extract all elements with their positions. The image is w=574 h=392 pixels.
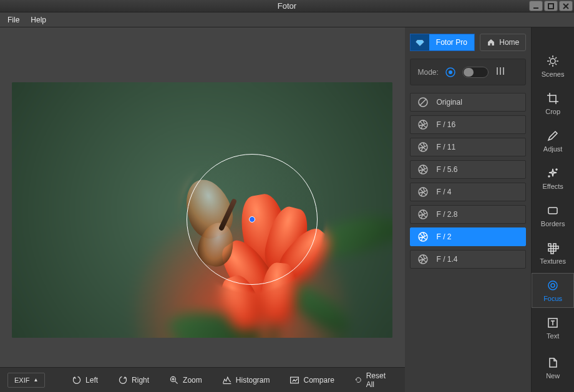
rotate-left-button[interactable]: Left <box>64 371 105 389</box>
panel-top-row: Fotor Pro Home <box>410 34 527 51</box>
crop-icon <box>546 92 560 105</box>
reset-all-button[interactable]: Reset All <box>347 371 397 389</box>
text-icon <box>546 316 560 330</box>
compare-button[interactable]: Compare <box>282 371 341 389</box>
sidebar-item-scenes[interactable]: Scenes <box>532 49 574 84</box>
reset-all-label: Reset All <box>366 371 390 389</box>
brightness-icon <box>546 54 560 68</box>
close-button[interactable] <box>559 1 573 11</box>
svg-rect-43 <box>551 251 553 254</box>
fotor-pro-button[interactable]: Fotor Pro <box>410 34 475 51</box>
chevron-up-icon: ▲ <box>33 377 38 383</box>
menu-file[interactable]: File <box>7 16 19 24</box>
sidebar-item-adjust[interactable]: Adjust <box>532 123 574 158</box>
aperture-item[interactable]: F / 11 <box>410 138 527 156</box>
sidebar-item-borders[interactable]: Borders <box>532 198 574 233</box>
canvas-column: EXIF ▲ Left Right Zoom Histogram <box>0 27 405 392</box>
aperture-item[interactable]: F / 1.4 <box>410 250 527 269</box>
aperture-label: Original <box>437 98 462 107</box>
sidebar-item-crop[interactable]: Crop <box>532 86 574 121</box>
aperture-label: F / 2.8 <box>437 210 458 219</box>
svg-rect-36 <box>548 208 557 214</box>
svg-rect-1 <box>548 4 553 9</box>
aperture-item[interactable]: Original <box>410 93 527 112</box>
compare-icon <box>289 375 299 385</box>
titlebar: Fotor <box>0 0 574 12</box>
sidebar-label: Crop <box>545 108 560 115</box>
aperture-item[interactable]: F / 4 <box>410 183 527 201</box>
checker-icon <box>546 241 560 255</box>
rotate-right-label: Right <box>132 376 149 385</box>
aperture-list: OriginalF / 16F / 11F / 5.6F / 4F / 2.8F… <box>410 93 527 269</box>
aperture-label: F / 2 <box>437 232 452 241</box>
aperture-icon <box>417 253 429 265</box>
mode-linear-icon[interactable] <box>495 65 506 79</box>
pencil-icon <box>546 129 560 143</box>
sidebar-label: Focus <box>543 295 562 302</box>
settings-panel: Fotor Pro Home Mode: OriginalF / 16F / 1… <box>405 27 532 392</box>
rect-icon <box>546 204 560 218</box>
mode-toggle[interactable] <box>462 67 489 78</box>
focus-center-handle[interactable] <box>249 216 255 222</box>
image-canvas[interactable] <box>12 82 392 338</box>
menu-help[interactable]: Help <box>31 16 46 24</box>
fotor-pro-label: Fotor Pro <box>429 38 475 47</box>
svg-point-12 <box>449 70 452 74</box>
aperture-icon <box>417 163 429 176</box>
svg-line-33 <box>549 64 550 65</box>
sidebar-item-new[interactable]: New <box>532 350 574 385</box>
mode-radial-icon[interactable] <box>445 67 456 78</box>
sidebar-item-focus[interactable]: Focus <box>532 273 574 308</box>
compare-label: Compare <box>303 376 334 385</box>
aperture-icon <box>417 186 429 198</box>
mode-box: Mode: <box>410 59 527 85</box>
reset-icon <box>354 375 362 385</box>
svg-point-35 <box>548 176 550 177</box>
histogram-icon <box>222 375 232 385</box>
sparkle-icon <box>546 166 560 180</box>
svg-point-44 <box>548 281 557 290</box>
aperture-icon <box>417 231 429 243</box>
rotate-left-label: Left <box>85 376 98 385</box>
svg-line-32 <box>555 57 557 59</box>
aperture-label: F / 11 <box>437 143 456 151</box>
svg-point-45 <box>551 284 555 287</box>
svg-marker-10 <box>416 41 424 46</box>
sidebar-item-textures[interactable]: Textures <box>532 236 574 270</box>
aperture-label: F / 4 <box>437 188 452 196</box>
sidebar-label: Effects <box>542 183 563 190</box>
window-controls <box>529 1 573 11</box>
rotate-right-button[interactable]: Right <box>110 371 157 389</box>
mode-label: Mode: <box>418 68 439 77</box>
maximize-button[interactable] <box>544 1 558 11</box>
aperture-item[interactable]: F / 5.6 <box>410 160 527 179</box>
exif-button[interactable]: EXIF ▲ <box>7 373 45 388</box>
svg-point-25 <box>550 59 555 64</box>
svg-line-5 <box>175 381 178 383</box>
aperture-item[interactable]: F / 2.8 <box>410 205 527 224</box>
minimize-button[interactable] <box>529 1 543 11</box>
app-title: Fotor <box>278 1 296 11</box>
aperture-label: F / 16 <box>437 120 456 129</box>
home-button[interactable]: Home <box>480 34 526 51</box>
sidebar-item-effects[interactable]: Effects <box>532 161 574 196</box>
sidebar: ScenesCropAdjustEffectsBordersTexturesFo… <box>532 27 574 392</box>
aperture-item[interactable]: F / 16 <box>410 115 527 134</box>
sidebar-item-export[interactable]: Export <box>532 388 574 392</box>
aperture-icon <box>417 208 429 221</box>
aperture-item[interactable]: F / 2 <box>410 227 527 246</box>
sidebar-label: Text <box>547 332 559 340</box>
zoom-label: Zoom <box>183 376 202 385</box>
aperture-icon <box>417 141 429 153</box>
sidebar-label: Borders <box>541 220 565 227</box>
zoom-button[interactable]: Zoom <box>162 371 210 389</box>
no-effect-icon <box>417 96 429 108</box>
bottom-toolbar: EXIF ▲ Left Right Zoom Histogram <box>0 367 405 392</box>
histogram-label: Histogram <box>236 376 270 385</box>
sidebar-label: Textures <box>540 257 566 265</box>
sidebar-label: Adjust <box>543 145 563 153</box>
menubar: File Help <box>0 12 574 27</box>
svg-point-34 <box>556 169 557 170</box>
sidebar-item-text[interactable]: Text <box>532 310 574 345</box>
histogram-button[interactable]: Histogram <box>215 371 278 389</box>
